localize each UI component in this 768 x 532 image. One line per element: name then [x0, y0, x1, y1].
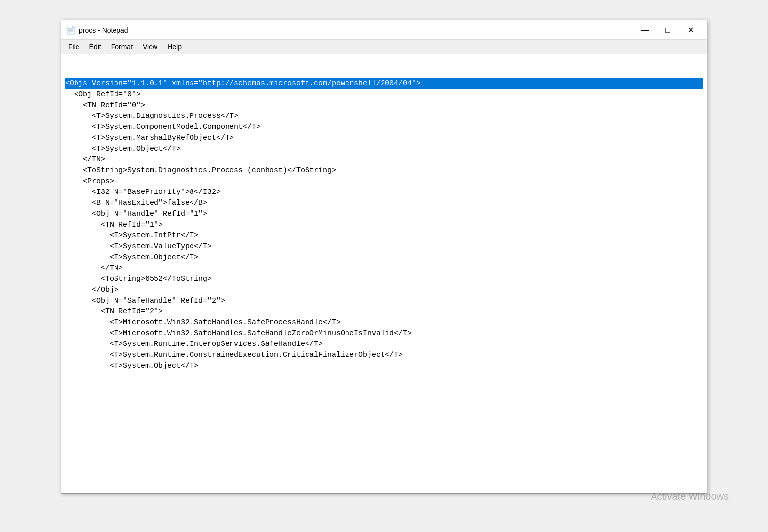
code-line: <T>System.Runtime.InteropServices.SafeHa…	[65, 339, 703, 350]
code-line: </TN>	[65, 263, 703, 274]
code-line: </Obj>	[65, 285, 703, 296]
code-content: <Objs Version="1.1.0.1" xmlns="http://sc…	[61, 54, 707, 374]
maximize-button[interactable]: □	[656, 22, 679, 38]
code-line: <ToString>6552</ToString>	[65, 274, 703, 285]
code-line: <Obj RefId="0">	[65, 89, 703, 100]
menu-help[interactable]: Help	[162, 41, 187, 53]
code-line: <TN RefId="0">	[65, 100, 703, 111]
code-line: <T>System.ComponentModel.Component</T>	[65, 122, 703, 133]
window-title: procs - Notepad	[79, 26, 634, 34]
code-line: <T>Microsoft.Win32.SafeHandles.SafeHandl…	[65, 328, 703, 339]
code-line: <Obj N="Handle" RefId="1">	[65, 209, 703, 220]
app-icon: 📄	[66, 26, 75, 35]
minimize-button[interactable]: —	[634, 22, 656, 38]
title-bar: 📄 procs - Notepad — □ ✕	[61, 20, 707, 40]
code-line: <B N="HasExited">false</B>	[65, 198, 703, 209]
code-line: <T>System.Object</T>	[65, 144, 703, 154]
code-line: <ToString>System.Diagnostics.Process (co…	[65, 165, 703, 176]
menu-view[interactable]: View	[138, 41, 162, 53]
menu-file[interactable]: File	[63, 41, 84, 53]
code-line: <T>System.MarshalByRefObject</T>	[65, 133, 703, 144]
code-line: <TN RefId="1">	[65, 220, 703, 230]
menu-bar: File Edit Format View Help	[61, 40, 707, 54]
code-line: <Objs Version="1.1.0.1" xmlns="http://sc…	[65, 78, 703, 89]
menu-edit[interactable]: Edit	[84, 41, 106, 53]
window-controls: — □ ✕	[634, 22, 702, 38]
code-line: <T>System.Object</T>	[65, 252, 703, 263]
code-line: <Props>	[65, 176, 703, 187]
code-line: <Obj N="SafeHandle" RefId="2">	[65, 296, 703, 306]
code-line: <T>System.ValueType</T>	[65, 241, 703, 252]
code-line: <T>System.Object</T>	[65, 361, 703, 372]
close-button[interactable]: ✕	[679, 22, 702, 38]
code-line: </TN>	[65, 154, 703, 165]
code-line: <T>System.Diagnostics.Process</T>	[65, 111, 703, 122]
code-line: <T>Microsoft.Win32.SafeHandles.SafeProce…	[65, 317, 703, 328]
code-line: <I32 N="BasePriority">8</I32>	[65, 187, 703, 198]
text-editor-area[interactable]: <Objs Version="1.1.0.1" xmlns="http://sc…	[61, 54, 707, 493]
menu-format[interactable]: Format	[106, 41, 138, 53]
code-line: <T>System.IntPtr</T>	[65, 230, 703, 241]
code-line: <T>System.Runtime.ConstrainedExecution.C…	[65, 350, 703, 361]
notepad-window: 📄 procs - Notepad — □ ✕ File Edit Format…	[61, 20, 707, 494]
code-line: <TN RefId="2">	[65, 306, 703, 317]
